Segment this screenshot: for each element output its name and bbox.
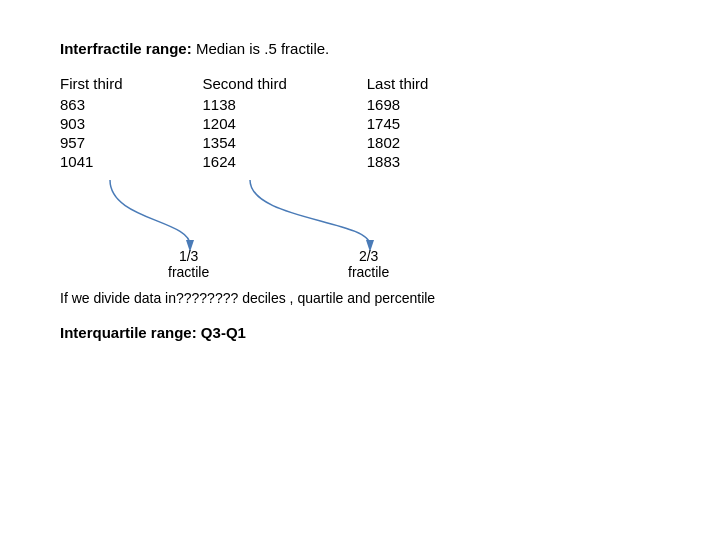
- second-third-val-4: 1624: [203, 153, 287, 170]
- second-third-val-2: 1204: [203, 115, 287, 132]
- last-third-val-2: 1745: [367, 115, 429, 132]
- title-bold: Interfractile range:: [60, 40, 192, 57]
- fractile-13-label: 1/3fractile: [168, 248, 209, 280]
- bottom-text-content: If we divide data in???????? deciles , q…: [60, 290, 435, 306]
- first-third-header: First third: [60, 75, 123, 92]
- fractile-23-label: 2/3fractile: [348, 248, 389, 280]
- second-third-val-1: 1138: [203, 96, 287, 113]
- bottom-text: If we divide data in???????? deciles , q…: [60, 290, 660, 306]
- interquartile-bold: Interquartile range:: [60, 324, 197, 341]
- last-third-val-3: 1802: [367, 134, 429, 151]
- fractile-23-text: 2/3fractile: [348, 248, 389, 280]
- interquartile-text: Q3-Q1: [197, 324, 246, 341]
- first-third-col: First third 863 903 957 1041: [60, 75, 123, 170]
- last-third-val-4: 1883: [367, 153, 429, 170]
- first-third-val-1: 863: [60, 96, 123, 113]
- title-text: Median is .5 fractile.: [192, 40, 330, 57]
- thirds-row: First third 863 903 957 1041 Second thir…: [60, 75, 660, 170]
- first-third-val-3: 957: [60, 134, 123, 151]
- fractile-13-text: 1/3fractile: [168, 248, 209, 280]
- interquartile-line: Interquartile range: Q3-Q1: [60, 324, 660, 341]
- arrows-svg: [60, 180, 560, 280]
- first-third-val-4: 1041: [60, 153, 123, 170]
- first-third-val-2: 903: [60, 115, 123, 132]
- arrow-area: 1/3fractile 2/3fractile: [60, 180, 560, 280]
- second-third-col: Second third 1138 1204 1354 1624: [203, 75, 287, 170]
- second-third-val-3: 1354: [203, 134, 287, 151]
- second-third-header: Second third: [203, 75, 287, 92]
- last-third-val-1: 1698: [367, 96, 429, 113]
- title-line: Interfractile range: Median is .5 fracti…: [60, 40, 660, 57]
- last-third-col: Last third 1698 1745 1802 1883: [367, 75, 429, 170]
- last-third-header: Last third: [367, 75, 429, 92]
